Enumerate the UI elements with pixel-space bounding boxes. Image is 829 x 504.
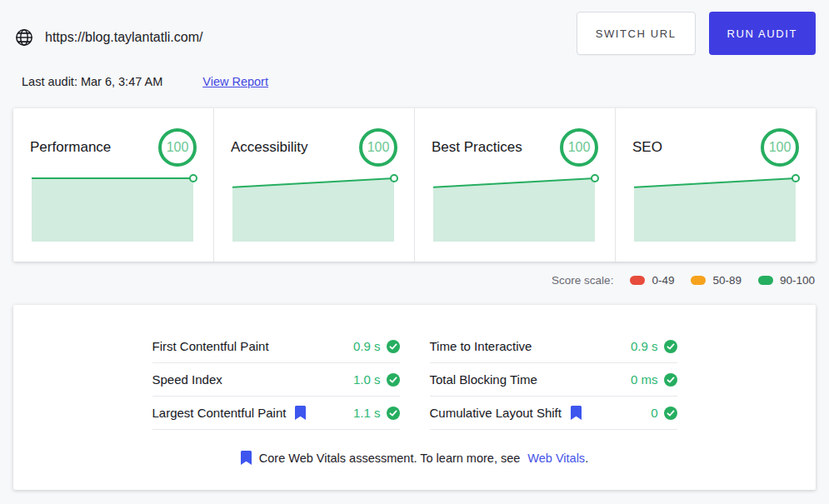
bookmark-icon [295,406,306,420]
metric-label: Cumulative Layout Shift [430,406,582,420]
metric-label: First Contentful Paint [152,339,269,353]
metric-value: 0.9 s [631,339,677,353]
metric-label: Largest Contentful Paint [152,406,307,420]
cwv-note-period: . [585,452,588,465]
score-scale-range-label: 50-89 [712,274,742,287]
score-trend-sparkline [30,175,197,245]
header-actions: SWITCH URL RUN AUDIT [577,12,816,55]
bookmark-icon [571,406,582,420]
score-scale-range-label: 0-49 [652,274,674,287]
score-value: 100 [167,140,189,155]
metric-row: Total Blocking Time0 ms [430,363,677,397]
check-circle-icon [387,373,400,387]
metric-name: Time to Interactive [430,339,532,353]
globe-icon [15,28,33,47]
cwv-note-text: Core Web Vitals assessment. To learn mor… [259,452,521,465]
score-card-title: Performance [30,139,111,156]
metric-name: Total Blocking Time [430,372,537,387]
metric-name: Largest Contentful Paint [152,406,287,420]
bookmark-icon [241,451,252,465]
metric-value-text: 0 [651,406,657,420]
check-circle-icon [664,340,677,353]
score-card-accessibility[interactable]: Accessibility 100 [213,108,414,262]
metric-value-text: 0.9 s [631,339,658,353]
metric-value: 0 ms [631,372,677,387]
metric-value-text: 1.1 s [353,406,381,420]
last-audit-timestamp: Last audit: Mar 6, 3:47 AM [22,75,162,88]
score-badge: 100 [560,128,598,167]
check-circle-icon [387,340,400,353]
metric-name: First Contentful Paint [152,339,269,353]
metric-value-text: 0.9 s [353,339,381,353]
score-badge: 100 [359,128,397,167]
metric-row: Cumulative Layout Shift0 [430,397,677,430]
header: https://blog.taylantatli.com/ SWITCH URL… [0,0,829,88]
metric-row: Time to Interactive0.9 s [430,330,677,363]
score-card-performance[interactable]: Performance 100 [13,108,213,262]
score-scale-range-label: 90-100 [780,274,815,287]
score-badge: 100 [158,128,197,167]
score-scale-range-average: 50-89 [691,274,742,287]
score-value: 100 [367,140,390,155]
score-value: 100 [769,140,792,155]
metric-value: 0.9 s [353,339,400,353]
score-trend-sparkline [231,175,397,245]
check-circle-icon [387,407,400,420]
metric-value: 0 [651,406,677,420]
score-trend-sparkline [432,175,598,245]
metric-name: Cumulative Layout Shift [430,406,562,420]
score-card-title: SEO [632,139,662,156]
switch-url-button[interactable]: SWITCH URL [577,12,696,55]
orange-range-pill-icon [691,276,706,285]
audited-url-group: https://blog.taylantatli.com/ [15,20,202,47]
score-badge: 100 [761,128,799,167]
score-scale-label: Score scale: [552,274,613,287]
metric-label: Time to Interactive [430,339,532,353]
core-web-vitals-note: Core Web Vitals assessment. To learn mor… [13,451,816,465]
green-range-pill-icon [758,276,773,285]
check-circle-icon [664,373,677,387]
score-card-best-practices[interactable]: Best Practices 100 [414,108,615,262]
score-value: 100 [568,140,591,155]
check-circle-icon [664,407,677,420]
metric-value: 1.0 s [353,372,400,387]
red-range-pill-icon [630,276,645,285]
score-scale-range-pass: 90-100 [758,274,815,287]
score-card-title: Accessibility [231,139,308,156]
metrics-grid: First Contentful Paint0.9 sTime to Inter… [152,330,677,430]
run-audit-button[interactable]: RUN AUDIT [709,12,816,55]
view-report-link[interactable]: View Report [202,75,268,88]
metrics-panel: First Contentful Paint0.9 sTime to Inter… [13,305,816,490]
metric-row: First Contentful Paint0.9 s [152,330,400,363]
metric-row: Speed Index1.0 s [152,363,400,397]
metric-label: Speed Index [152,372,222,387]
score-scale-legend: Score scale: 0-49 50-89 90-100 [14,274,815,287]
metric-name: Speed Index [152,372,222,387]
web-vitals-link[interactable]: Web Vitals [527,452,585,465]
score-trend-sparkline [632,175,799,245]
score-card-title: Best Practices [432,139,522,156]
metric-label: Total Blocking Time [430,372,537,387]
score-card-seo[interactable]: SEO 100 [615,108,816,262]
metric-value-text: 1.0 s [353,372,381,387]
audited-url: https://blog.taylantatli.com/ [45,30,202,45]
score-cards-panel: Performance 100 Accessibility 100 Best P… [13,108,816,262]
metric-value-text: 0 ms [631,372,658,387]
metric-row: Largest Contentful Paint1.1 s [152,397,400,430]
score-scale-range-fail: 0-49 [630,274,674,287]
metric-value: 1.1 s [353,406,400,420]
